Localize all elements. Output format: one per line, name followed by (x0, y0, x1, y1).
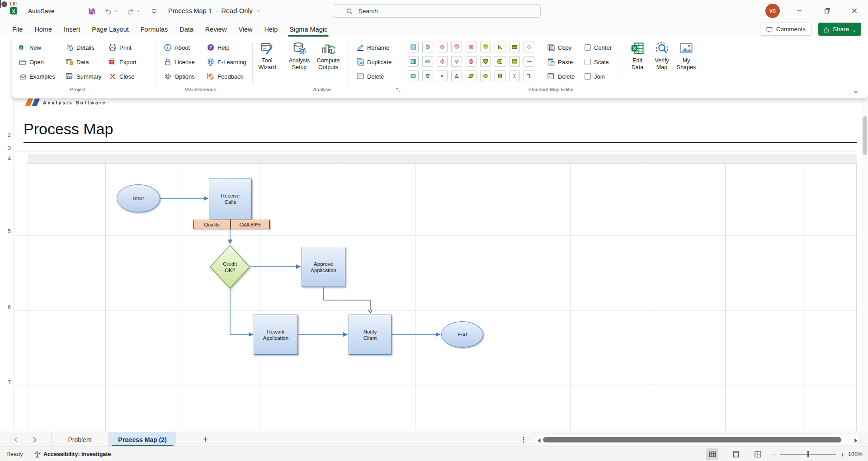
shape-hourglass-button[interactable] (509, 71, 520, 81)
quality-tag-group[interactable]: Quality C&A 89% (193, 220, 270, 229)
vertical-scrollbar-thumb[interactable] (863, 116, 867, 155)
ribbon-button-e-learning[interactable]: E-Learning (205, 56, 248, 68)
ribbon-button-options[interactable]: Options (162, 71, 197, 82)
minimize-button[interactable] (789, 0, 809, 22)
share-button[interactable]: Share (818, 23, 861, 36)
quality-tag[interactable]: Quality (193, 220, 231, 229)
flow-node-notify-client[interactable]: Notify Client (349, 315, 392, 355)
ribbon-button-analysis-setup[interactable]: Analysis Setup (286, 40, 312, 84)
flow-node-end[interactable]: End (441, 321, 483, 348)
shape-split-square-button[interactable] (408, 56, 419, 67)
ribbon-button-examples[interactable]: Examples (17, 71, 57, 82)
scale-checkbox[interactable]: Scale (585, 56, 609, 68)
flow-node-credit-ok[interactable]: Credit OK? (210, 245, 250, 289)
shape-diamond-button[interactable] (437, 56, 448, 67)
row-header-6[interactable]: 6 (1, 304, 11, 310)
tab-sigma-magic[interactable]: Sigma Magic (283, 22, 333, 37)
shape-curved-rect-button[interactable] (495, 56, 505, 67)
shape-arrow-right-button[interactable] (524, 56, 534, 67)
search-bar[interactable] (333, 4, 541, 18)
center-checkbox[interactable]: Center (585, 42, 612, 53)
ribbon-button-print[interactable]: Print (107, 42, 133, 53)
ribbon-button-delete-1[interactable]: Delete (354, 71, 386, 82)
shape-rounded-rect-button[interactable] (408, 71, 419, 81)
tab-formulas[interactable]: Formulas (135, 22, 174, 37)
row-header-2[interactable]: 2 (1, 132, 11, 138)
restore-button[interactable] (817, 0, 837, 22)
row-header-3[interactable]: 3 (1, 145, 11, 151)
close-button[interactable] (844, 0, 864, 22)
row-header-4[interactable]: 4 (1, 155, 11, 162)
ribbon-button-feedback[interactable]: Feedback (205, 71, 245, 82)
shape-shield-button[interactable] (451, 42, 462, 52)
shape-hexagon-blue-button[interactable] (422, 56, 433, 67)
flow-node-start[interactable]: Start (117, 184, 160, 212)
ribbon-button-about[interactable]: About (162, 42, 192, 53)
row-header-7[interactable]: 7 (1, 379, 11, 386)
shape-diamond-thin-button[interactable] (524, 42, 534, 52)
excel-logo-icon[interactable]: X (7, 5, 20, 17)
row-header-5[interactable]: 5 (1, 228, 11, 235)
tab-review[interactable]: Review (199, 22, 233, 37)
shape-letter-d-button[interactable]: D (422, 42, 433, 52)
ribbon-button-rename-1[interactable]: Rename (354, 42, 391, 53)
user-avatar[interactable]: VC (765, 4, 780, 18)
ribbon-button-verify-map[interactable]: Verify Map (649, 40, 675, 84)
analysis-dialog-launcher-icon[interactable] (395, 87, 402, 94)
ribbon-button-copy-2[interactable]: Copy (545, 42, 573, 53)
scroll-left-icon[interactable] (535, 437, 542, 443)
join-checkbox[interactable]: Join (585, 71, 605, 82)
shape-circle-plus-button[interactable] (466, 42, 476, 52)
ribbon-button-tool-wizard[interactable]: Tool Wizard (254, 40, 280, 84)
tab-home[interactable]: Home (28, 22, 58, 37)
ribbon-button-help[interactable]: ?Help (205, 42, 231, 53)
undo-button[interactable] (103, 6, 113, 16)
page-layout-view-button[interactable] (730, 448, 742, 460)
shape-right-triangle-button[interactable] (495, 42, 505, 52)
shape-square-button[interactable] (408, 42, 419, 52)
ribbon-collapse-chevron-icon[interactable] (852, 88, 861, 97)
horizontal-scrollbar[interactable] (533, 435, 861, 444)
shape-banded-rect-button[interactable] (509, 56, 520, 67)
ca-percentage-tag[interactable]: C&A 89% (231, 220, 270, 229)
ribbon-button-license[interactable]: License (162, 56, 197, 68)
shape-parallelogram-button[interactable] (466, 71, 476, 81)
shape-cylinder-button[interactable] (495, 71, 505, 81)
search-input[interactable] (358, 7, 520, 15)
flow-node-approve-application[interactable]: Approve Application (302, 247, 345, 287)
ribbon-button-paste-2[interactable]: Paste (545, 56, 575, 68)
ribbon-button-compute-outputs[interactable]: Compute Outputs (315, 40, 341, 84)
accessibility-status[interactable]: Accessibility: Investigate (33, 447, 111, 461)
customize-quick-access-toolbar-icon[interactable] (149, 6, 159, 16)
autosave-toggle[interactable]: Off (0, 0, 1, 8)
zoom-out-button[interactable]: − (769, 447, 778, 461)
tab-help[interactable]: Help (259, 22, 284, 37)
tab-file[interactable]: File (6, 22, 28, 37)
ribbon-button-summary[interactable]: Summary (64, 71, 104, 82)
comments-button[interactable]: Comments (760, 23, 811, 36)
shape-ellipse-button[interactable] (437, 42, 448, 52)
tab-data[interactable]: Data (174, 22, 199, 37)
page-break-view-button[interactable] (751, 448, 764, 460)
tab-page-layout[interactable]: Page Layout (86, 22, 134, 37)
ribbon-button-delete-2[interactable]: Delete (545, 71, 577, 82)
zoom-slider-thumb[interactable] (807, 451, 809, 457)
new-sheet-button[interactable]: + (198, 432, 212, 447)
ribbon-button-open[interactable]: Open (17, 56, 46, 68)
zoom-percentage[interactable]: 100% (843, 447, 864, 461)
undo-dropdown-chevron-icon[interactable] (113, 6, 118, 16)
flow-node-receive-calls[interactable]: Receive Calls (209, 179, 252, 219)
ribbon-button-export[interactable]: PExport (107, 56, 138, 68)
sheet-nav-left-icon[interactable] (8, 432, 24, 447)
ribbon-button-data[interactable]: Data (64, 56, 90, 68)
sheet-nav-right-icon[interactable] (26, 432, 42, 447)
sheet-tab-problem[interactable]: Problem (51, 432, 108, 447)
redo-dropdown-chevron-icon[interactable] (136, 6, 141, 16)
tab-view[interactable]: View (232, 22, 258, 37)
shape-dot-button[interactable] (437, 71, 448, 81)
flow-node-rework-application[interactable]: Rework Application (254, 315, 298, 355)
tab-insert[interactable]: Insert (58, 22, 86, 37)
shape-shield-green-button[interactable] (480, 42, 491, 52)
shape-hexagon-green-button[interactable] (480, 71, 491, 81)
document-title[interactable]: Process Map 1 - Read-Only (168, 0, 261, 22)
